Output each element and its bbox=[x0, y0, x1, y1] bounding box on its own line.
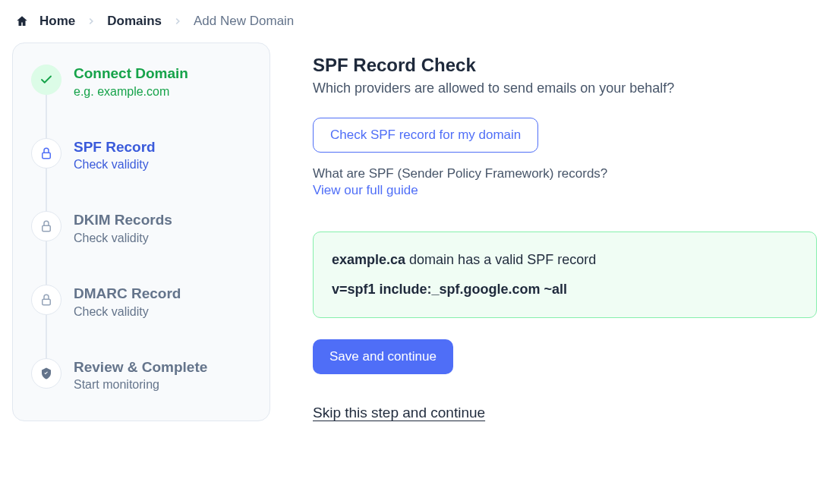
svg-rect-1 bbox=[43, 226, 51, 232]
breadcrumb-domains[interactable]: Domains bbox=[107, 14, 162, 29]
lock-icon bbox=[31, 211, 61, 241]
skip-step-link[interactable]: Skip this step and continue bbox=[313, 405, 485, 421]
page-subtitle: Which providers are allowed to send emai… bbox=[313, 80, 817, 96]
step-subtitle: Check validity bbox=[74, 158, 156, 172]
step-title: DKIM Records bbox=[74, 211, 172, 230]
step-subtitle: Start monitoring bbox=[74, 378, 207, 392]
guide-link[interactable]: View our full guide bbox=[313, 183, 418, 198]
main-panel: SPF Record Check Which providers are all… bbox=[313, 43, 817, 421]
chevron-right-icon bbox=[172, 16, 183, 27]
step-subtitle: Check validity bbox=[74, 305, 181, 319]
check-spf-button[interactable]: Check SPF record for my domain bbox=[313, 118, 538, 153]
step-subtitle: Check validity bbox=[74, 232, 172, 245]
step-review-complete[interactable]: Review & Complete Start monitoring bbox=[31, 358, 251, 392]
step-title: DMARC Record bbox=[74, 285, 181, 304]
result-suffix: domain has a valid SPF record bbox=[405, 252, 596, 267]
step-title: Connect Domain bbox=[74, 65, 188, 83]
chevron-right-icon bbox=[86, 16, 96, 27]
svg-rect-0 bbox=[43, 153, 51, 159]
step-subtitle: e.g. example.com bbox=[74, 85, 188, 99]
result-record: v=spf1 include:_spf.google.com ~all bbox=[332, 282, 798, 298]
step-spf-record[interactable]: SPF Record Check validity bbox=[31, 138, 251, 212]
lock-icon bbox=[31, 138, 61, 169]
step-connect-domain[interactable]: Connect Domain e.g. example.com bbox=[31, 65, 251, 138]
step-title: SPF Record bbox=[74, 138, 156, 157]
step-title: Review & Complete bbox=[74, 358, 207, 377]
step-dmarc-record[interactable]: DMARC Record Check validity bbox=[31, 285, 251, 358]
result-message: example.ca domain has a valid SPF record bbox=[332, 252, 798, 268]
step-connector bbox=[46, 315, 47, 361]
home-icon bbox=[15, 14, 29, 28]
breadcrumb-home[interactable]: Home bbox=[39, 14, 75, 29]
step-connector bbox=[46, 169, 47, 215]
svg-rect-2 bbox=[43, 299, 51, 305]
result-domain: example.ca bbox=[332, 252, 405, 267]
step-dkim-records[interactable]: DKIM Records Check validity bbox=[31, 211, 251, 285]
helper-text: What are SPF (Sender Policy Framework) r… bbox=[313, 166, 817, 181]
step-connector bbox=[46, 241, 47, 288]
lock-icon bbox=[31, 285, 61, 315]
check-icon bbox=[31, 65, 61, 95]
page-title: SPF Record Check bbox=[313, 55, 817, 76]
stepper-sidebar: Connect Domain e.g. example.com SPF Reco… bbox=[12, 43, 270, 421]
spf-result-box: example.ca domain has a valid SPF record… bbox=[313, 232, 817, 318]
step-connector bbox=[46, 95, 47, 141]
shield-icon bbox=[31, 358, 61, 389]
save-continue-button[interactable]: Save and continue bbox=[313, 339, 453, 374]
breadcrumb-current: Add New Domain bbox=[194, 14, 294, 29]
breadcrumb: Home Domains Add New Domain bbox=[0, 0, 829, 43]
